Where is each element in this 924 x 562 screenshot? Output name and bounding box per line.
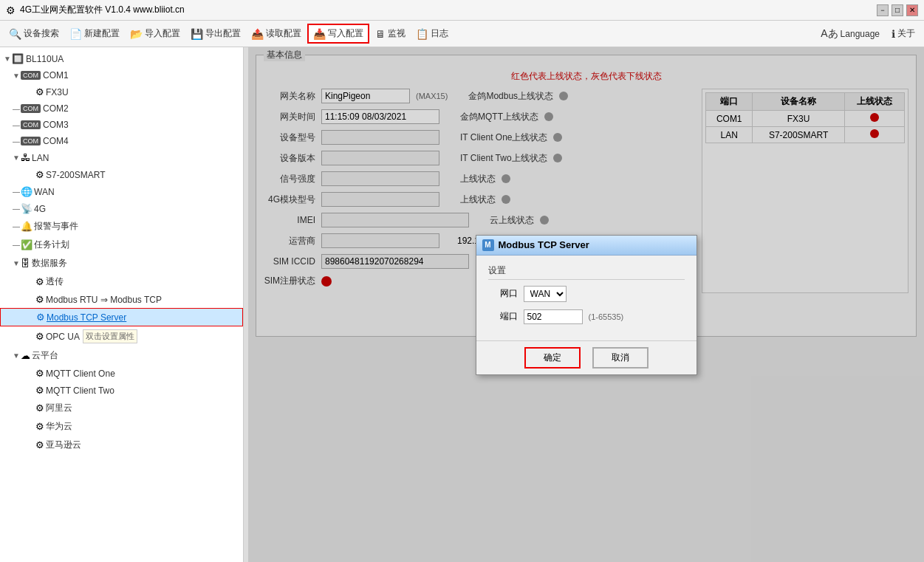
wan-icon: 🌐 — [21, 186, 32, 197]
com1-expand-icon: ▼ — [12, 72, 21, 80]
export-icon: 💾 — [191, 28, 203, 40]
s7200-label: S7-200SMART — [46, 170, 105, 180]
s7200-icon: ⚙ — [35, 169, 44, 180]
com3-label: COM3 — [43, 120, 69, 130]
write-icon: 📥 — [313, 28, 326, 40]
4g-icon: 📡 — [21, 203, 32, 214]
monitor-icon: 🖥 — [375, 28, 386, 40]
modal-footer: 确定 取消 — [476, 340, 697, 374]
com4-expand-icon: — — [12, 137, 21, 145]
sidebar-item-aliyun[interactable]: ⚙ 阿里云 — [0, 399, 243, 417]
language-button[interactable]: Aあ Language — [816, 25, 884, 43]
opc-ua-tooltip: 双击设置属性 — [83, 329, 137, 343]
sidebar-item-transparent[interactable]: ⚙ 透传 — [0, 273, 243, 291]
sidebar-item-amazon[interactable]: ⚙ 亚马逊云 — [0, 436, 243, 454]
sidebar-item-modbus-tcp-server[interactable]: ⚙ Modbus TCP Server — [0, 308, 243, 326]
search-button[interactable]: 🔍 设备搜索 — [4, 25, 64, 42]
root-label: BL110UA — [26, 54, 64, 64]
mqtt-two-label: MQTT Client Two — [46, 385, 114, 396]
sidebar-item-cloud[interactable]: ▼ ☁ 云平台 — [0, 346, 243, 365]
aliyun-label: 阿里云 — [46, 402, 72, 414]
new-config-button[interactable]: 📄 新建配置 — [65, 25, 124, 42]
minimize-button[interactable]: － — [877, 4, 889, 16]
amazon-label: 亚马逊云 — [46, 439, 81, 451]
modbus-tcp-label: Modbus TCP Server — [47, 312, 126, 323]
sidebar-item-mqtt-two[interactable]: ⚙ MQTT Client Two — [0, 382, 243, 399]
monitor-button[interactable]: 🖥 监视 — [371, 25, 410, 42]
com1-label: COM1 — [43, 70, 69, 80]
fx3u-label: FX3U — [46, 87, 69, 97]
wan-label: WAN — [34, 187, 55, 197]
language-icon: Aあ — [821, 27, 838, 41]
log-icon: 📋 — [416, 28, 428, 40]
search-icon: 🔍 — [9, 28, 21, 40]
title-bar-left: ⚙ 4G工业网关配置软件 V1.0.4 www.bliiot.cn — [6, 4, 185, 16]
modal-confirm-button[interactable]: 确定 — [524, 347, 581, 369]
log-button[interactable]: 📋 日志 — [411, 25, 453, 42]
sidebar-item-lan[interactable]: ▼ 🖧 LAN — [0, 149, 243, 166]
lan-icon: 🖧 — [21, 152, 30, 163]
sidebar-item-task[interactable]: — ✅ 任务计划 — [0, 236, 243, 254]
import-config-button[interactable]: 📂 导入配置 — [126, 25, 185, 42]
lan-label: LAN — [32, 153, 49, 163]
sidebar-item-data-service[interactable]: ▼ 🗄 数据服务 — [0, 254, 243, 273]
sidebar-item-modbus-rtu-tcp[interactable]: ⚙ Modbus RTU ⇒ Modbus TCP — [0, 291, 243, 308]
com4-icon: COM — [21, 137, 41, 145]
modal-titlebar: M Modbus TCP Server — [476, 236, 697, 256]
alert-label: 报警与事件 — [34, 220, 78, 233]
write-config-button[interactable]: 📥 写入配置 — [307, 24, 369, 44]
alert-icon: 🔔 — [21, 221, 32, 232]
new-config-icon: 📄 — [69, 28, 82, 40]
modal-overlay: M Modbus TCP Server 设置 网口 WAN LAN — [248, 47, 924, 562]
com2-icon: COM — [21, 104, 41, 113]
modbus-tcp-icon: ⚙ — [36, 312, 45, 323]
tree-root[interactable]: ▼ 🔲 BL110UA — [0, 50, 243, 67]
close-button[interactable]: ✕ — [906, 4, 918, 16]
sidebar-item-opc-ua[interactable]: ⚙ OPC UA 双击设置属性 — [0, 326, 243, 346]
sidebar-item-com4[interactable]: — COM COM4 — [0, 133, 243, 149]
opc-ua-icon: ⚙ — [35, 331, 44, 342]
sidebar-item-com3[interactable]: — COM COM3 — [0, 117, 243, 133]
task-label: 任务计划 — [34, 239, 69, 251]
modal-icon: M — [482, 239, 494, 251]
opc-ua-label: OPC UA — [46, 332, 80, 342]
app-icon: ⚙ — [6, 4, 16, 16]
title-bar-controls: － □ ✕ — [877, 4, 918, 16]
modal-port-input[interactable] — [524, 309, 583, 324]
read-config-button[interactable]: 📤 读取配置 — [247, 25, 306, 42]
huawei-label: 华为云 — [46, 420, 72, 433]
sidebar-item-4g[interactable]: — 📡 4G — [0, 200, 243, 217]
export-config-button[interactable]: 💾 导出配置 — [186, 25, 245, 42]
maximize-button[interactable]: □ — [892, 4, 903, 16]
sidebar-item-mqtt-one[interactable]: ⚙ MQTT Client One — [0, 365, 243, 382]
sidebar-item-com1[interactable]: ▼ COM COM1 — [0, 67, 243, 83]
fx3u-expand-spacer — [27, 88, 35, 96]
toolbar-right: Aあ Language ℹ 关于 — [816, 25, 920, 43]
modal-network-select[interactable]: WAN LAN — [524, 286, 567, 302]
transparent-label: 透传 — [46, 275, 64, 288]
huawei-icon: ⚙ — [35, 421, 44, 432]
com4-label: COM4 — [43, 136, 69, 146]
title-bar: ⚙ 4G工业网关配置软件 V1.0.4 www.bliiot.cn － □ ✕ — [0, 0, 924, 21]
sidebar-item-wan[interactable]: — 🌐 WAN — [0, 183, 243, 200]
4g-label: 4G — [34, 204, 46, 214]
com3-icon: COM — [21, 120, 41, 129]
amazon-icon: ⚙ — [35, 439, 44, 450]
modal-dialog: M Modbus TCP Server 设置 网口 WAN LAN — [476, 235, 697, 375]
sidebar-item-com2[interactable]: — COM COM2 — [0, 100, 243, 117]
about-button[interactable]: ℹ 关于 — [887, 25, 920, 42]
modal-network-row: 网口 WAN LAN — [488, 286, 685, 302]
data-icon: 🗄 — [21, 258, 30, 269]
modal-port-hint: (1-65535) — [589, 312, 624, 321]
fx3u-icon: ⚙ — [35, 86, 44, 97]
sidebar-item-huawei[interactable]: ⚙ 华为云 — [0, 417, 243, 436]
sidebar-item-fx3u[interactable]: ⚙ FX3U — [0, 83, 243, 100]
modal-network-label: 网口 — [488, 287, 518, 300]
info-icon: ℹ — [892, 28, 895, 40]
modal-cancel-button[interactable]: 取消 — [592, 347, 648, 369]
mqtt-one-icon: ⚙ — [35, 368, 44, 379]
com1-icon: COM — [21, 71, 41, 80]
sidebar-item-s7200[interactable]: ⚙ S7-200SMART — [0, 166, 243, 183]
modbus-rtu-label: Modbus RTU ⇒ Modbus TCP — [46, 295, 162, 305]
sidebar-item-alert[interactable]: — 🔔 报警与事件 — [0, 217, 243, 236]
